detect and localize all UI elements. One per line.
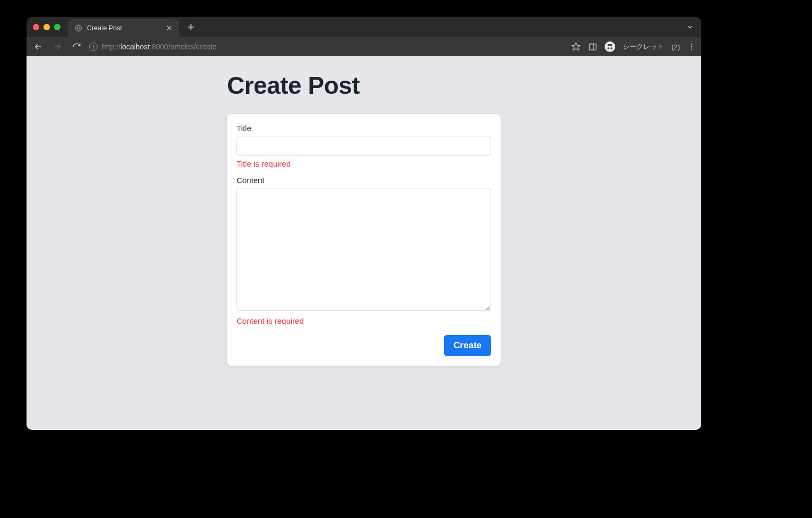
window-controls xyxy=(33,24,60,30)
minimize-window-button[interactable] xyxy=(43,24,50,30)
close-tab-button[interactable] xyxy=(165,24,173,32)
svg-point-4 xyxy=(691,48,692,49)
page-viewport: Create Post Title Title is required Cont… xyxy=(27,56,701,430)
site-info-icon[interactable]: i xyxy=(89,42,98,51)
title-group: Title Title is required xyxy=(237,124,491,168)
title-label: Title xyxy=(237,124,491,133)
globe-icon xyxy=(74,24,83,32)
tabs-chevron-button[interactable] xyxy=(686,17,694,37)
content-group: Content Content is required xyxy=(237,176,491,325)
address-bar[interactable]: i http://localhost:8000/articles/create xyxy=(89,42,565,51)
back-button[interactable] xyxy=(32,40,45,53)
new-tab-button[interactable] xyxy=(184,20,198,34)
form-card: Title Title is required Content Content … xyxy=(227,114,501,366)
panel-icon[interactable] xyxy=(588,42,597,51)
incognito-icon[interactable] xyxy=(605,41,615,52)
browser-titlebar: Create Post xyxy=(27,17,701,37)
create-button[interactable]: Create xyxy=(444,335,491,356)
svg-point-2 xyxy=(691,44,692,45)
toolbar-right: シークレット (2) xyxy=(571,41,696,52)
content-error: Content is required xyxy=(237,316,491,325)
forward-button[interactable] xyxy=(51,40,64,53)
page-title: Create Post xyxy=(227,72,501,99)
browser-window: Create Post xyxy=(27,17,701,430)
content-textarea[interactable] xyxy=(237,188,491,311)
incognito-label: シークレット xyxy=(623,42,664,51)
title-input[interactable] xyxy=(237,136,491,156)
browser-tab[interactable]: Create Post xyxy=(68,19,179,37)
incognito-count: (2) xyxy=(671,43,680,51)
reload-button[interactable] xyxy=(70,40,83,53)
svg-rect-1 xyxy=(589,44,596,49)
close-window-button[interactable] xyxy=(33,24,39,30)
tab-title: Create Post xyxy=(87,24,161,32)
menu-icon[interactable] xyxy=(687,42,696,51)
svg-point-3 xyxy=(691,46,692,47)
browser-toolbar: i http://localhost:8000/articles/create xyxy=(27,37,701,56)
maximize-window-button[interactable] xyxy=(54,24,60,30)
form-actions: Create xyxy=(237,335,491,356)
title-error: Title is required xyxy=(237,159,491,168)
bookmark-icon[interactable] xyxy=(571,42,581,51)
content-label: Content xyxy=(237,176,491,185)
url-text: http://localhost:8000/articles/create xyxy=(102,42,216,51)
page-content: Create Post Title Title is required Cont… xyxy=(227,56,501,366)
